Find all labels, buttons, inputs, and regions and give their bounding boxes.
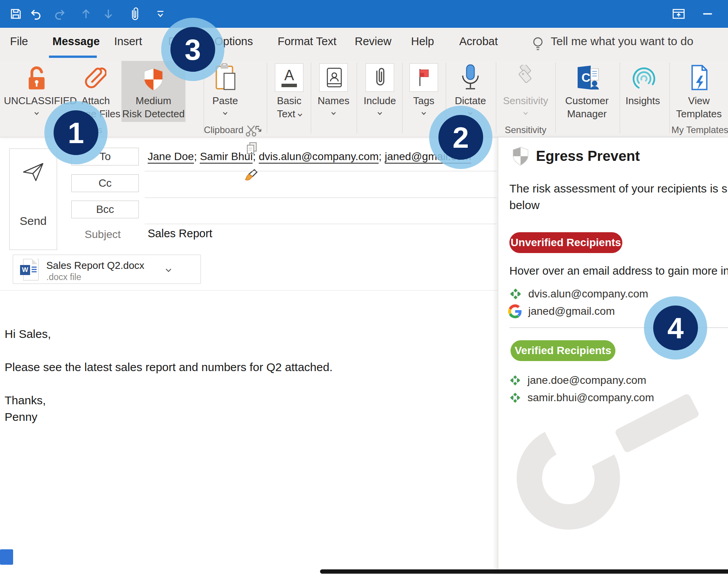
paste-label: Paste (207, 95, 244, 107)
badge-number: 1 (68, 116, 84, 150)
risk-assessment-text-line1: The risk assessment of your recipients i… (509, 182, 728, 195)
tab-help-label: Help (411, 35, 434, 48)
message-body[interactable]: Hi Sales, Please see the latest sales re… (0, 290, 498, 569)
subject-label: Subject (74, 228, 121, 241)
move-up-button[interactable] (76, 3, 96, 25)
minimize-button[interactable] (697, 3, 718, 25)
ribbon: UNCLASSIFIED Attach Large Files (0, 61, 728, 137)
verified-recipients-button[interactable]: Verified Recipients (511, 340, 615, 361)
view-templates-label-line1: View (671, 95, 727, 107)
group-separator (669, 62, 670, 133)
group-separator (402, 62, 403, 133)
save-icon (9, 7, 22, 20)
tell-me-box[interactable]: Tell me what you want to do (551, 28, 693, 55)
unverified-recipient-row[interactable]: dvis.alun@company.com (510, 287, 728, 301)
tab-message[interactable]: Message (49, 28, 103, 55)
attachment-options-button[interactable] (167, 266, 170, 273)
body-line: Hi Sales, (5, 328, 51, 341)
save-button[interactable] (5, 3, 26, 25)
recipient-chip[interactable]: Jane Doe (148, 150, 194, 164)
cc-field[interactable] (148, 177, 497, 192)
egress-shield-icon (512, 147, 529, 167)
recipient-chip[interactable]: dvis.alun@company.com (259, 150, 379, 164)
to-label: To (99, 150, 111, 163)
insights-button[interactable]: Insights (620, 61, 666, 137)
include-button[interactable]: Include (358, 61, 402, 137)
names-button[interactable]: Names (312, 61, 355, 137)
selected-tab-underline (49, 56, 97, 58)
tab-format-text[interactable]: Format Text (275, 28, 340, 55)
chevron-down-icon (223, 110, 227, 115)
subject-field[interactable]: Sales Report (148, 227, 418, 240)
redo-icon (53, 7, 67, 21)
risk-shield-icon (143, 67, 164, 92)
view-templates-label-line2: Templates (671, 108, 727, 120)
undo-button[interactable] (25, 3, 46, 25)
send-button[interactable]: Send (9, 149, 57, 250)
tab-file[interactable]: File (7, 28, 31, 55)
group-separator (311, 62, 311, 133)
group-separator (496, 62, 496, 133)
callout-badge-1: 1 (54, 110, 98, 155)
address-book-icon (319, 63, 348, 92)
clipboard-dialog-launcher[interactable] (254, 125, 263, 135)
bcc-field[interactable] (148, 203, 497, 218)
customer-manager-icon: C (574, 65, 600, 92)
attachment-chip[interactable]: W Sales Report Q2.docx .docx file (13, 255, 201, 284)
recipient-chip[interactable]: Samir Bhui (200, 150, 253, 164)
send-label: Send (10, 214, 57, 228)
ribbon-display-icon (671, 7, 686, 20)
insights-label: Insights (620, 95, 666, 107)
cc-field-divider (145, 198, 497, 198)
callout-badge-2: 2 (438, 115, 483, 160)
include-label: Include (358, 95, 402, 107)
customize-quick-access-button[interactable] (151, 3, 170, 25)
callout-badge-3: 3 (170, 27, 215, 72)
customer-manager-button[interactable]: C Customer Manager (556, 61, 618, 137)
redo-button[interactable] (49, 3, 70, 25)
badge-number: 3 (185, 33, 201, 66)
tab-message-label: Message (52, 35, 100, 48)
microphone-icon (458, 63, 482, 92)
chevron-down-icon (523, 110, 527, 115)
title-bar (0, 0, 728, 28)
verified-recipient-row[interactable]: jane.doe@company.com (510, 373, 728, 387)
arrow-down-icon (102, 7, 115, 20)
tell-me-bulb (527, 33, 548, 55)
to-field-divider (145, 171, 497, 171)
tab-review[interactable]: Review (352, 28, 394, 55)
tab-acrobat[interactable]: Acrobat (456, 28, 501, 55)
unverified-recipients-label: Unverified Recipients (511, 236, 621, 249)
verified-recipient-row[interactable]: samir.bhui@company.com (510, 391, 728, 405)
attach-quick-button[interactable] (124, 3, 145, 25)
tab-insert[interactable]: Insert (111, 28, 145, 55)
bcc-label: Bcc (96, 203, 114, 216)
chevron-down-icon (377, 110, 382, 115)
group-separator (267, 62, 267, 133)
tab-help[interactable]: Help (408, 28, 437, 55)
group-label-clipboard: Clipboard (201, 125, 247, 135)
group-label-sensitivity: Sensitivity (499, 125, 553, 135)
tab-file-label: File (10, 35, 28, 48)
ribbon-display-options-button[interactable] (668, 3, 689, 25)
include-paperclip-icon (366, 63, 394, 92)
bcc-field-divider (145, 224, 497, 224)
cc-button[interactable]: Cc (71, 174, 139, 192)
unverified-recipients-button[interactable]: Unverified Recipients (509, 232, 622, 253)
chevron-down-icon (298, 112, 302, 116)
basic-text-button[interactable]: A Basic Text (268, 61, 311, 137)
tags-label: Tags (403, 95, 444, 107)
risk-assessment-text-line2: below (509, 199, 728, 212)
insights-icon (629, 65, 656, 92)
recipient-email: janed@gmail.com (528, 305, 615, 317)
attachment-type: .docx file (46, 272, 81, 282)
bcc-button[interactable]: Bcc (71, 201, 139, 218)
risk-label-line2: Risk Detected (121, 108, 185, 120)
recipient-email: dvis.alun@company.com (528, 288, 648, 300)
egress-diamond-icon (510, 375, 521, 386)
ribbon-tab-bar: File Message Insert Draw Options Format … (0, 28, 728, 61)
move-down-button[interactable] (98, 3, 119, 25)
flag-icon (410, 63, 438, 92)
recipient-separator: ; (253, 150, 259, 162)
send-plane-icon (21, 160, 46, 185)
